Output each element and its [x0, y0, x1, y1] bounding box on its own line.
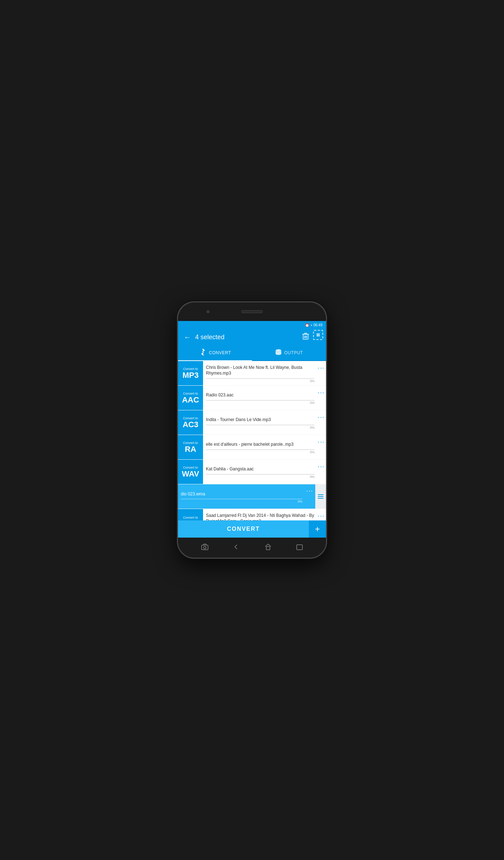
output-tab-label: OUTPUT [284, 350, 303, 355]
progress-text-aac: 0% [206, 401, 315, 405]
svg-rect-2 [305, 333, 307, 334]
conv-actions-aac: ⋮ [316, 386, 326, 410]
badge-label-mp3: Convert to [183, 367, 198, 371]
filename-mp3: Chris Brown - Look At Me Now ft. Lil Way… [206, 365, 315, 376]
badge-label-aac: Convert to [183, 392, 198, 395]
battery-icon: ▪ [311, 323, 312, 327]
convert-tab-icon [199, 349, 207, 357]
badge-label-wav: Convert to [183, 466, 198, 469]
badge-format-flac: FLAC [182, 520, 199, 521]
progress-bar-wav [206, 474, 315, 475]
conversion-item-ac3: Convert to AC3 Indila - Tourner Dans Le … [178, 410, 326, 435]
badge-format-aac: AAC [182, 396, 199, 404]
conv-actions-wav: ⋮ [316, 460, 326, 484]
filename-flac: Saad Lamjarred Ft Dj Van 2014 - Nti Bagh… [206, 513, 315, 520]
svg-rect-6 [317, 333, 318, 335]
status-icons: ⏰ ▪ 06:49 [305, 323, 322, 327]
conversion-item-wma-partial: dio 023.wma 0% ⋮ [178, 484, 326, 509]
svg-point-12 [276, 349, 281, 352]
conv-info-wav: Kat Dahlia - Gangsta.aac 0% [203, 460, 316, 484]
progress-bar-ac3 [206, 425, 315, 425]
add-button[interactable]: + [309, 520, 326, 538]
badge-label-flac: Convert to [183, 516, 198, 519]
conv-info-ac3: Indila - Tourner Dans Le Vide.mp3 0% [203, 410, 316, 435]
conv-badge-aac[interactable]: Convert to AAC [178, 386, 203, 410]
more-menu-wma-partial[interactable]: ⋮ [305, 488, 313, 494]
conv-actions-wma-partial: ⋮ [304, 484, 315, 509]
page-title: 4 selected [194, 333, 300, 341]
conversion-item-ra: Convert to RA elle est d'ailleurs - pier… [178, 435, 326, 459]
home-nav-icon[interactable] [265, 543, 272, 552]
conversion-item-flac: Convert to FLAC Saad Lamjarred Ft Dj Van… [178, 509, 326, 520]
front-camera [207, 310, 209, 313]
more-menu-ac3[interactable]: ⋮ [317, 414, 324, 421]
tab-output[interactable]: OUTPUT [252, 345, 326, 360]
more-menu-mp3[interactable]: ⋮ [317, 365, 324, 371]
badge-label-ra: Convert to [183, 441, 198, 445]
filename-wma-partial: dio 023.wma [181, 491, 302, 496]
badge-format-wav: WAV [182, 470, 199, 478]
phone-device: ⏰ ▪ 06:49 ← 4 selected [177, 301, 327, 559]
svg-rect-9 [318, 335, 320, 336]
output-tab-icon [275, 349, 282, 357]
time-display: 06:49 [313, 323, 322, 327]
tab-convert[interactable]: CONVERT [178, 345, 252, 360]
back-nav-icon[interactable] [233, 544, 239, 552]
conv-badge-ra[interactable]: Convert to RA [178, 435, 203, 459]
camera-nav-icon[interactable] [201, 544, 208, 552]
progress-text-wma-partial: 0% [181, 500, 302, 503]
convert-button[interactable]: CONVERT [178, 520, 309, 538]
filename-ac3: Indila - Tourner Dans Le Vide.mp3 [206, 417, 315, 423]
bottom-bezel [178, 538, 326, 558]
badge-format-ra: RA [185, 445, 196, 453]
svg-rect-15 [266, 547, 270, 550]
svg-point-14 [203, 546, 206, 549]
badge-format-mp3: MP3 [182, 371, 198, 379]
conv-actions-ac3: ⋮ [316, 410, 326, 435]
speaker [241, 310, 263, 313]
alarm-icon: ⏰ [305, 323, 309, 327]
progress-text-ra: 0% [206, 450, 315, 454]
sidebar-indicator-wma [315, 484, 326, 509]
delete-button[interactable] [300, 330, 312, 344]
conv-badge-ac3[interactable]: Convert to AC3 [178, 410, 203, 435]
progress-bar-mp3 [206, 378, 315, 379]
conv-info-aac: Radio 023.aac 0% [203, 386, 316, 410]
conv-badge-mp3[interactable]: Convert to MP3 [178, 361, 203, 385]
conversion-item-mp3: Convert to MP3 Chris Brown - Look At Me … [178, 361, 326, 385]
badge-format-ac3: AC3 [183, 421, 198, 429]
more-menu-flac[interactable]: ⋮ [317, 513, 324, 519]
conv-actions-ra: ⋮ [316, 435, 326, 459]
conv-info-ra: elle est d'ailleurs - pierre bachelet pa… [203, 435, 316, 459]
conversion-item-aac: Convert to AAC Radio 023.aac 0% ⋮ [178, 386, 326, 410]
back-button[interactable]: ← [181, 330, 194, 344]
convert-tab-label: CONVERT [209, 350, 231, 355]
svg-rect-7 [318, 333, 320, 335]
filename-aac: Radio 023.aac [206, 392, 315, 398]
progress-text-ac3: 0% [206, 426, 315, 429]
conv-info-wma-partial: dio 023.wma 0% [178, 484, 304, 509]
conv-badge-flac[interactable]: Convert to FLAC [178, 509, 203, 520]
more-menu-wav[interactable]: ⋮ [317, 463, 324, 470]
recents-nav-icon[interactable] [296, 544, 303, 552]
top-bezel [178, 302, 326, 321]
svg-marker-10 [199, 349, 205, 352]
conv-badge-wav[interactable]: Convert to WAV [178, 460, 203, 484]
filename-ra: elle est d'ailleurs - pierre bachelet pa… [206, 442, 315, 448]
more-menu-aac[interactable]: ⋮ [317, 389, 324, 396]
conv-actions-mp3: ⋮ [316, 361, 326, 385]
grid-view-button[interactable] [313, 330, 323, 340]
progress-bar-wma-partial [181, 499, 302, 499]
screen: ⏰ ▪ 06:49 ← 4 selected [178, 321, 326, 538]
bottom-bar: CONVERT + [178, 520, 326, 538]
conversion-item-wav: Convert to WAV Kat Dahlia - Gangsta.aac … [178, 460, 326, 484]
tab-bar: CONVERT OUTPUT [178, 345, 326, 361]
filename-wav: Kat Dahlia - Gangsta.aac [206, 466, 315, 472]
progress-text-mp3: 0% [206, 379, 315, 383]
svg-marker-11 [201, 352, 207, 355]
conversion-list: Convert to MP3 Chris Brown - Look At Me … [178, 361, 326, 520]
progress-bar-aac [206, 400, 315, 401]
progress-text-wav: 0% [206, 475, 315, 479]
more-menu-ra[interactable]: ⋮ [317, 439, 324, 445]
status-bar: ⏰ ▪ 06:49 [178, 321, 326, 329]
